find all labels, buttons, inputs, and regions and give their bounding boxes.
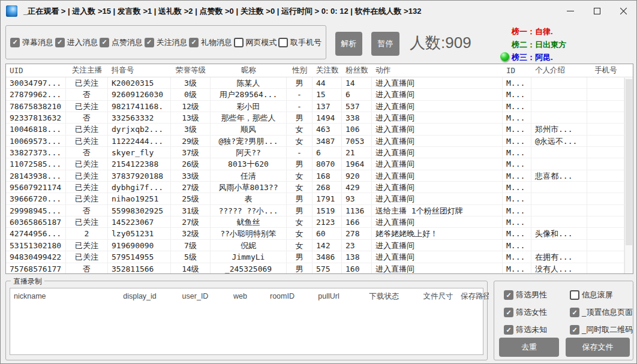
column-header[interactable]: 关注主播 <box>66 65 108 76</box>
table-row[interactable]: 60365865187已关注14522306727级鱿鱼丝女2123166进入直… <box>6 216 633 228</box>
column-header[interactable]: 粉丝数 <box>342 65 372 76</box>
table-cell: 37837920188 <box>108 170 171 181</box>
checkbox-checked-icon[interactable]: ✓ <box>189 38 199 47</box>
column-header[interactable]: 关注数 <box>313 65 342 76</box>
checkbox-checked-icon[interactable]: ✓ <box>10 38 20 47</box>
table-cell: 进入直播间 <box>372 124 503 134</box>
table-cell: 14级 <box>171 263 211 274</box>
checkbox-checked-icon[interactable]: ✓ <box>570 308 579 317</box>
column-header[interactable]: 荣誉等级 <box>171 65 211 76</box>
viewers-table[interactable]: UID关注主播抖音号荣誉等级昵称性别关注数粉丝数动作ID个人介绍手机号 3003… <box>5 64 633 274</box>
message-filter-checkbox[interactable]: ✓礼物消息 <box>189 37 232 48</box>
close-button[interactable] <box>610 1 636 22</box>
rec-column-header[interactable]: web <box>221 292 260 300</box>
column-header[interactable]: UID <box>6 66 66 75</box>
rec-column-header[interactable]: 保存路径 <box>461 291 489 302</box>
window-controls <box>557 1 636 22</box>
filter-checkbox[interactable]: ✓筛选女性 <box>504 307 567 318</box>
table-row[interactable]: 30034797...已关注K200203153级陈某人男4414进入直播间M.… <box>6 77 633 89</box>
table-cell: 已关注 <box>66 158 108 169</box>
minimize-button[interactable] <box>557 1 584 22</box>
table-row[interactable]: 28143938...已关注3783792018833级任清女168920进入直… <box>6 170 633 182</box>
checkbox-checked-icon[interactable]: ✓ <box>55 38 65 47</box>
message-filter-checkbox[interactable]: ✓进入消息 <box>55 37 98 48</box>
table-cell: 28143938... <box>6 170 66 181</box>
table-cell: 已关注 <box>66 170 108 181</box>
checkbox-unchecked-icon[interactable] <box>278 38 288 47</box>
rec-column-header[interactable]: 文件尺寸 <box>416 291 461 302</box>
message-filter-checkbox[interactable]: 取手机号 <box>278 37 321 48</box>
table-cell: 1791 <box>313 193 342 204</box>
checkbox-checked-icon[interactable]: ✓ <box>504 325 513 335</box>
table-row[interactable]: 10046818...已关注dyrjxqb2...3级顺风女463106进入直播… <box>6 124 633 135</box>
table-cell: 5级 <box>171 251 211 262</box>
table-cell: _245325069 <box>211 263 287 274</box>
dedupe-button[interactable]: 去重 <box>499 338 559 357</box>
filter-checkbox[interactable]: ✓_顶置信息页面 <box>570 307 633 318</box>
save-file-button[interactable]: 保存文件 <box>566 338 630 357</box>
column-header[interactable]: 性别 <box>287 65 313 76</box>
rec-column-header[interactable]: roomID <box>260 292 305 300</box>
checkbox-unchecked-icon[interactable] <box>234 38 244 47</box>
column-header[interactable]: 个人介绍 <box>531 65 587 76</box>
scrollbar-thumb[interactable] <box>626 79 632 245</box>
vertical-scrollbar[interactable] <box>624 78 633 273</box>
checkbox-checked-icon[interactable]: ✓ <box>570 325 579 335</box>
filter-checkbox[interactable]: ✓筛选未知 <box>504 324 567 335</box>
table-row[interactable]: 53151302180已关注9196900907级倪妮女14223进入直播间M.… <box>6 240 633 251</box>
filter-checkbox-label: 筛选未知 <box>516 324 547 335</box>
table-row[interactable]: 78675838210已关注9821741168.12级彩小田-137537进入… <box>6 101 633 112</box>
parse-button[interactable]: 解析 <box>335 32 362 56</box>
table-cell: dyrjxqb2... <box>108 124 171 134</box>
table-row[interactable]: 11072585...已关注215412238826级8013十620男8070… <box>6 158 633 170</box>
rec-column-header[interactable]: nickname <box>14 292 110 300</box>
table-row[interactable]: 75768576177否35281156614级_245325069男57516… <box>6 263 633 275</box>
table-cell: K20020315 <box>108 77 171 88</box>
column-header[interactable]: 昵称 <box>211 65 287 76</box>
column-header[interactable]: ID <box>503 66 531 75</box>
message-filter-checkbox[interactable]: ✓弹幕消息 <box>10 37 53 48</box>
rec-column-header[interactable]: pullUrl <box>305 292 353 300</box>
filter-checkbox[interactable]: ✓筛选男性 <box>504 290 567 300</box>
table-cell: 已关注 <box>66 136 108 146</box>
message-filter-checkbox[interactable]: ✓点赞消息 <box>100 37 143 48</box>
checkbox-checked-icon[interactable]: ✓ <box>504 290 513 300</box>
column-header[interactable]: 抖音号 <box>108 65 171 76</box>
message-filter-checkbox[interactable]: 网页模式 <box>234 37 277 48</box>
pause-button[interactable]: 暂停 <box>371 32 399 56</box>
table-cell: 6 <box>313 147 342 158</box>
rec-column-header[interactable]: display_id <box>110 292 170 300</box>
recording-list[interactable]: nicknamedisplay_iduser_IDwebroomIDpullUr… <box>10 288 483 355</box>
rec-column-header[interactable]: 下载状态 <box>353 291 416 302</box>
table-row[interactable]: 27879962...否926091260300级用户289564...-156… <box>6 89 633 100</box>
rec-column-header[interactable]: user_ID <box>170 292 221 300</box>
table-cell: M... <box>503 193 531 204</box>
checkbox-unchecked-icon[interactable] <box>570 290 579 300</box>
filter-checkbox-label: 筛选女性 <box>516 307 547 318</box>
table-row[interactable]: 42744956...2lzy05123132级??小聪明特别笨女60278姥爷… <box>6 228 633 239</box>
table-row[interactable]: 92337813632否33256333213级那些年，那些人男1494338进… <box>6 112 633 124</box>
checkbox-checked-icon[interactable]: ✓ <box>504 308 513 317</box>
column-header[interactable]: 手机号 <box>587 65 624 76</box>
column-header[interactable]: 动作 <box>372 65 503 76</box>
maximize-button[interactable] <box>584 1 610 22</box>
table-row[interactable]: 95607921174已关注dybhgi7f...27级风雨小草8013??女2… <box>6 182 633 193</box>
table-cell: M... <box>503 124 531 134</box>
table-row[interactable]: 39666720...已关注nihao1925125级表男179193进入直播间… <box>6 193 633 204</box>
table-row[interactable]: 94830499422已关注5795149555级JimmyLi男3486138… <box>6 251 633 263</box>
message-filter-checkbox[interactable]: ✓关注消息 <box>145 37 188 48</box>
title-bar[interactable]: _正在观看 > | 进入数 >15 | 发言数 >1 | 送礼数 >2 | 点赞… <box>1 1 636 22</box>
filter-checkbox[interactable]: ✓_同时取二维码 <box>570 324 633 335</box>
checkbox-checked-icon[interactable]: ✓ <box>145 38 154 47</box>
filter-checkbox[interactable]: 信息滚屏 <box>570 290 633 300</box>
table-cell: 进入直播间 <box>372 89 503 100</box>
table-cell: 否 <box>66 89 108 100</box>
checkbox-checked-icon[interactable]: ✓ <box>100 38 109 47</box>
table-cell: 93 <box>342 193 372 204</box>
table-row[interactable]: 29998945...否5599830292531级????? ??小...男1… <box>6 205 633 216</box>
table-cell: 55998302925 <box>108 205 171 216</box>
status-ball-icon <box>500 52 509 61</box>
table-cell: 37级 <box>171 147 211 158</box>
table-row[interactable]: 10069573...已关注11222444...29级@独?宠?男朋...女3… <box>6 136 633 147</box>
table-row[interactable]: 33827373...否skyer_fly37级阿天??-621进入直播间M..… <box>6 147 633 158</box>
